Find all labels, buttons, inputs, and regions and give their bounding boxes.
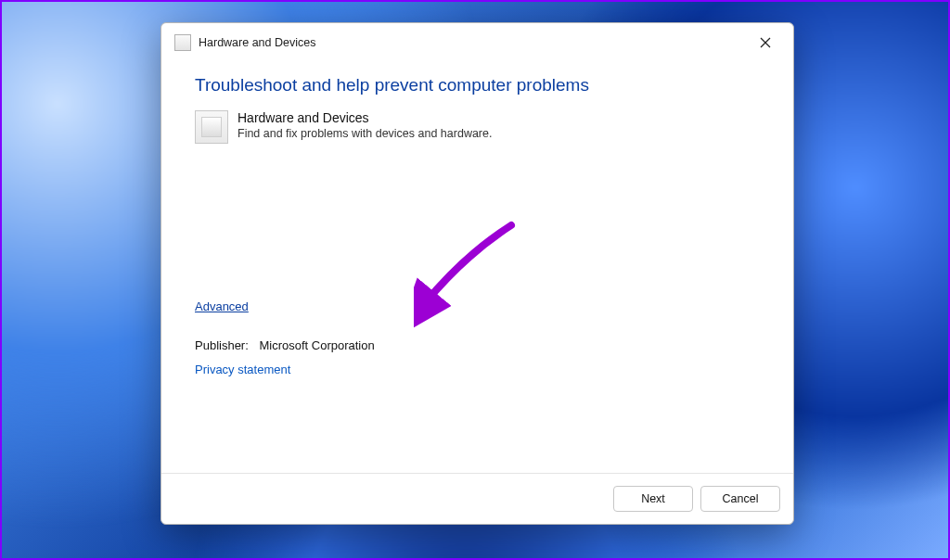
close-button[interactable]: [747, 28, 784, 57]
annotation-arrow-icon: [414, 218, 525, 329]
troubleshooter-description: Find and fix problems with devices and h…: [238, 127, 492, 140]
next-button[interactable]: Next: [613, 486, 693, 512]
cancel-button[interactable]: Cancel: [700, 486, 780, 512]
troubleshooter-item: Hardware and Devices Find and fix proble…: [195, 110, 760, 144]
close-icon: [760, 37, 771, 48]
dialog-footer: Next Cancel: [161, 473, 793, 524]
publisher-value: Microsoft Corporation: [259, 338, 374, 352]
advanced-link[interactable]: Advanced: [195, 299, 249, 313]
window-title: Hardware and Devices: [199, 36, 315, 49]
app-icon: [174, 34, 191, 51]
titlebar: Hardware and Devices: [161, 23, 793, 62]
page-heading: Troubleshoot and help prevent computer p…: [195, 75, 760, 95]
dialog-content: Troubleshoot and help prevent computer p…: [161, 62, 793, 473]
publisher-row: Publisher: Microsoft Corporation: [195, 338, 375, 352]
troubleshooter-title: Hardware and Devices: [238, 110, 492, 125]
publisher-label: Publisher:: [195, 338, 249, 352]
desktop-background: Hardware and Devices Troubleshoot and he…: [0, 0, 950, 560]
privacy-statement-link[interactable]: Privacy statement: [195, 363, 290, 376]
troubleshooter-icon: [195, 110, 228, 144]
troubleshooter-dialog: Hardware and Devices Troubleshoot and he…: [160, 22, 794, 525]
